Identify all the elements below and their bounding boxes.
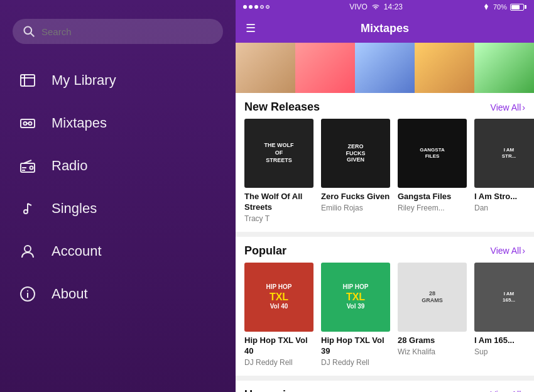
signal-dot-3 xyxy=(254,5,258,9)
location-icon xyxy=(482,3,490,11)
featured-item-1[interactable] xyxy=(236,43,295,93)
sidebar-item-label-account: Account xyxy=(52,243,102,259)
album-artist-28grams: Wiz Khalifa xyxy=(398,347,467,356)
sidebar-item-mixtapes[interactable]: Mixtapes xyxy=(0,102,236,144)
album-card-gangsta[interactable]: GANGSTAFILES Gangsta Files Riley Freem..… xyxy=(398,119,467,223)
mixtapes-header: ☰ Mixtapes xyxy=(236,14,534,43)
svg-point-0 xyxy=(25,27,32,35)
carrier-time: VIVO 14:23 xyxy=(349,3,403,11)
left-panel: My Library Mixtapes xyxy=(0,0,236,392)
sidebar-item-label-about: About xyxy=(52,286,88,302)
signal-dot-4 xyxy=(260,5,264,9)
album-artist-hiphop39: DJ Reddy Rell xyxy=(321,358,390,367)
upcoming-view-all[interactable]: View All › xyxy=(491,389,525,392)
svg-rect-2 xyxy=(21,75,35,86)
new-releases-section: New Releases View All › THE WOLFOFSTREET… xyxy=(236,93,534,232)
svg-point-17 xyxy=(27,290,28,291)
new-releases-view-all[interactable]: View All › xyxy=(491,102,525,112)
album-card-wolf[interactable]: THE WOLFOFSTREETS The Wolf Of All Street… xyxy=(244,119,313,223)
featured-item-4[interactable] xyxy=(415,43,474,93)
popular-view-all[interactable]: View All › xyxy=(491,246,525,256)
album-cover-wolf: THE WOLFOFSTREETS xyxy=(244,119,313,188)
album-cover-iam: I AMSTR... xyxy=(474,119,534,188)
sidebar-item-label-singles: Singles xyxy=(52,200,97,217)
main-content: New Releases View All › THE WOLFOFSTREET… xyxy=(236,43,534,392)
upcoming-header: Upcoming View All › xyxy=(236,381,534,392)
album-artist-iam2: Sup xyxy=(474,347,534,356)
library-icon xyxy=(18,70,38,90)
sidebar-item-radio[interactable]: Radio xyxy=(0,144,236,187)
sidebar-item-about[interactable]: About xyxy=(0,273,236,315)
svg-point-10 xyxy=(30,166,33,170)
popular-section: Popular View All › HIP HOPTXLVol 40 Hip … xyxy=(236,237,534,376)
svg-point-6 xyxy=(24,122,27,125)
sidebar-item-my-library[interactable]: My Library xyxy=(0,59,236,102)
popular-header: Popular View All › xyxy=(236,237,534,263)
svg-line-1 xyxy=(31,33,34,36)
svg-point-7 xyxy=(29,122,32,125)
carrier-name: VIVO xyxy=(349,3,368,11)
signal-dot-5 xyxy=(266,5,270,9)
nav-items: My Library Mixtapes xyxy=(0,59,236,379)
album-cover-hiphop39: HIP HOPTXLVol 39 xyxy=(321,263,390,332)
sidebar-item-account[interactable]: Account xyxy=(0,230,236,273)
featured-item-5[interactable] xyxy=(474,43,534,93)
album-title-wolf: The Wolf Of All Streets xyxy=(244,192,313,213)
popular-title: Popular xyxy=(244,244,286,258)
signal-dots xyxy=(243,5,270,9)
new-releases-header: New Releases View All › xyxy=(236,93,534,119)
album-card-zero[interactable]: ZEROFUCKSGIVEN Zero Fucks Given Emilio R… xyxy=(321,119,390,223)
featured-item-3[interactable] xyxy=(355,43,415,93)
featured-item-2[interactable] xyxy=(295,43,355,93)
svg-point-14 xyxy=(25,246,31,252)
signal-dot-1 xyxy=(243,5,247,9)
mixtapes-icon xyxy=(18,113,38,133)
radio-icon xyxy=(18,156,38,176)
album-title-iam2: I Am 165... xyxy=(474,335,534,346)
album-cover-hiphop40: HIP HOPTXLVol 40 xyxy=(244,263,313,332)
album-title-28grams: 28 Grams xyxy=(398,335,467,346)
album-title-hiphop39: Hip Hop TXL Vol 39 xyxy=(321,335,390,357)
album-cover-zero: ZEROFUCKSGIVEN xyxy=(321,119,390,188)
status-bar: VIVO 14:23 70% xyxy=(236,0,534,14)
sidebar-item-label-radio: Radio xyxy=(52,158,87,174)
search-icon xyxy=(23,25,35,38)
sidebar-item-label-my-library: My Library xyxy=(52,72,116,89)
album-cover-gangsta: GANGSTAFILES xyxy=(398,119,467,188)
album-artist-iam: Dan xyxy=(474,204,534,212)
album-artist-hiphop40: DJ Reddy Rell xyxy=(244,358,313,367)
album-cover-iam2: I AM165... xyxy=(474,263,534,332)
sidebar-item-singles[interactable]: Singles xyxy=(0,187,236,230)
album-title-gangsta: Gangsta Files xyxy=(398,192,467,202)
upcoming-title: Upcoming xyxy=(244,388,300,392)
battery-percent: 70% xyxy=(493,3,507,11)
album-title-iam: I Am Stro... xyxy=(474,192,534,202)
about-icon xyxy=(18,284,38,304)
album-card-iam[interactable]: I AMSTR... I Am Stro... Dan xyxy=(474,119,534,223)
search-input[interactable] xyxy=(41,26,213,37)
battery-icon xyxy=(510,4,526,11)
popular-albums-row: HIP HOPTXLVol 40 Hip Hop TXL Vol 40 DJ R… xyxy=(236,263,534,376)
album-card-hiphop40[interactable]: HIP HOPTXLVol 40 Hip Hop TXL Vol 40 DJ R… xyxy=(244,263,313,367)
account-icon xyxy=(18,241,38,261)
sidebar-item-label-mixtapes: Mixtapes xyxy=(52,115,107,131)
svg-point-13 xyxy=(24,210,28,214)
new-releases-title: New Releases xyxy=(244,101,320,114)
album-cover-28grams: 28GRAMS xyxy=(398,263,467,332)
album-title-hiphop40: Hip Hop TXL Vol 40 xyxy=(244,335,313,357)
featured-strip xyxy=(236,43,534,93)
time-display: 14:23 xyxy=(384,3,403,11)
hamburger-icon[interactable]: ☰ xyxy=(246,21,256,35)
new-releases-albums-row: THE WOLFOFSTREETS The Wolf Of All Street… xyxy=(236,119,534,232)
album-card-28grams[interactable]: 28GRAMS 28 Grams Wiz Khalifa xyxy=(398,263,467,367)
signal-dot-2 xyxy=(249,5,253,9)
album-artist-wolf: Tracy T xyxy=(244,214,313,223)
singles-icon xyxy=(18,199,38,219)
search-bar[interactable] xyxy=(13,19,223,44)
upcoming-section: Upcoming View All › xyxy=(236,381,534,392)
album-card-iam2[interactable]: I AM165... I Am 165... Sup xyxy=(474,263,534,367)
album-card-hiphop39[interactable]: HIP HOPTXLVol 39 Hip Hop TXL Vol 39 DJ R… xyxy=(321,263,390,367)
album-artist-zero: Emilio Rojas xyxy=(321,204,390,212)
album-artist-gangsta: Riley Freem... xyxy=(398,204,467,212)
wifi-icon xyxy=(371,3,380,11)
